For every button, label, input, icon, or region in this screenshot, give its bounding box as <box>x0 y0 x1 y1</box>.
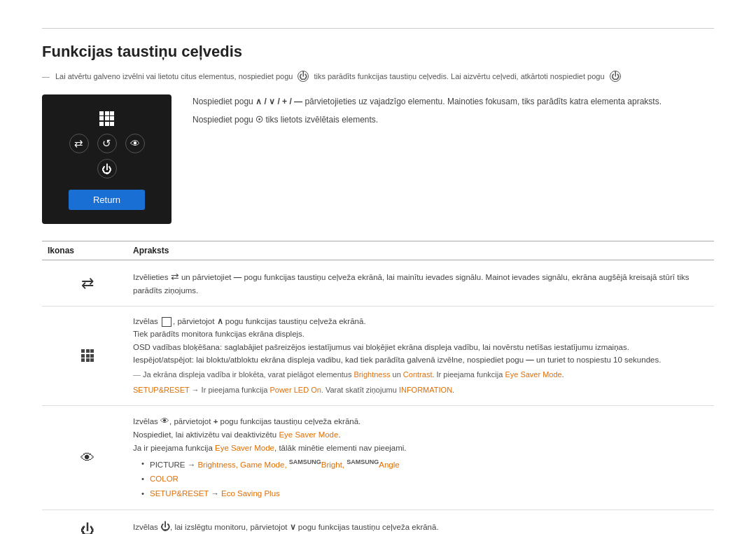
monitor-power-icon: ⏻ <box>97 159 117 178</box>
osd-grid-icon <box>81 349 94 362</box>
desc-cell-input: Izvēlieties ⇄ un pārvietojiet — pogu fun… <box>133 260 714 307</box>
icon-cell-input: ⇄ <box>42 260 133 307</box>
monitor-eye-icon: 👁 <box>125 134 145 153</box>
col-header-apraksts: Apraksts <box>133 241 714 260</box>
table-row: ⏻ Izvēlas ⏻, lai izslēgtu monitoru, pārv… <box>42 510 714 534</box>
monitor-input-icon: ⇄ <box>69 134 89 153</box>
list-item: PICTURE → Brightness, Game Mode, SAMSUNG… <box>140 457 708 471</box>
desc-cell-power: Izvēlas ⏻, lai izslēgtu monitoru, pārvie… <box>133 510 714 534</box>
list-item: SETUP&RESET → Eco Saving Plus <box>140 487 708 500</box>
input-arrow-icon: ⇄ <box>81 271 94 295</box>
desc-cell-eye: Izvēlas 👁, pārvietojot + pogu funkcijas … <box>133 405 714 510</box>
icon-cell-power: ⏻ <box>42 510 133 534</box>
icon-cell-grid <box>42 306 133 405</box>
desc-cell-grid: Izvēlas , pārvietojot ∧ pogu funkcijas t… <box>133 306 714 405</box>
table-row: 👁 Izvēlas 👁, pārvietojot + pogu funkcija… <box>42 405 714 510</box>
page-title: Funkcijas taustiņu ceļvedis <box>42 43 714 61</box>
instructions-block: Nospiediet pogu ∧ / ∨ / + / — pārvietoji… <box>192 94 714 224</box>
eye-saver-icon: 👁 <box>80 447 94 469</box>
color-label: COLOR <box>150 475 178 483</box>
guide-table: Ikonas Apraksts ⇄ Izvēlieties ⇄ un pārvi… <box>42 241 714 534</box>
bullet-list: PICTURE → Brightness, Game Mode, SAMSUNG… <box>133 457 708 500</box>
intro-note: — Lai atvērtu galveno izvēlni vai lietot… <box>42 71 714 82</box>
table-row: Izvēlas , pārvietojot ∧ pogu funkcijas t… <box>42 306 714 405</box>
power-symbol-inline2: ⏻ <box>610 71 621 82</box>
monitor-grid-icon <box>97 108 117 128</box>
power-symbol-inline: ⏻ <box>298 71 309 82</box>
return-button[interactable]: Return <box>69 190 145 210</box>
monitor-refresh-icon: ↺ <box>97 134 117 153</box>
table-row: ⇄ Izvēlieties ⇄ un pārvietojiet — pogu f… <box>42 260 714 307</box>
monitor-image: ⇄ ↺ 👁 ⏻ Return <box>42 94 172 224</box>
list-item: COLOR <box>140 472 708 485</box>
icon-cell-eye: 👁 <box>42 405 133 510</box>
power-off-icon: ⏻ <box>80 519 94 534</box>
col-header-ikonas: Ikonas <box>42 241 133 260</box>
